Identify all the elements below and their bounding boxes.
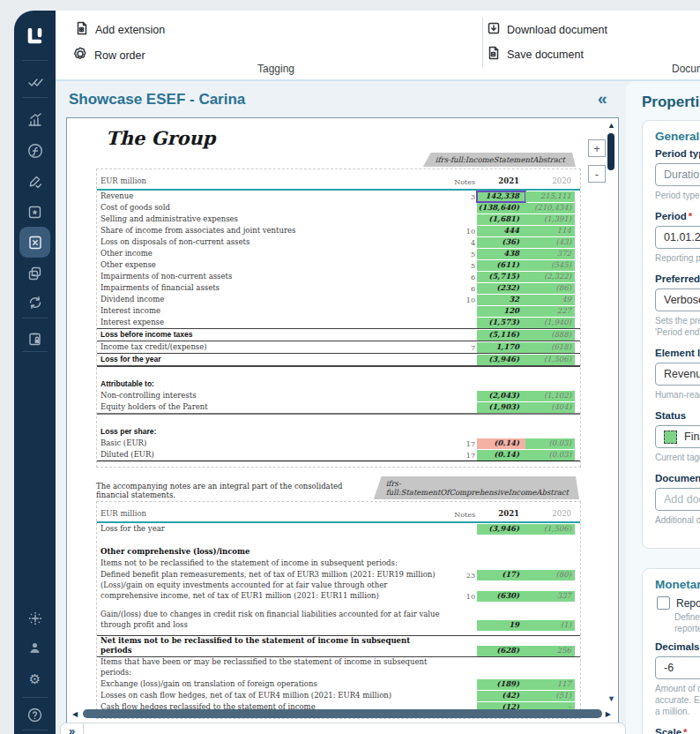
fact-cell-2020[interactable]: (1,391) — [525, 214, 575, 225]
preferred-label-input[interactable]: Verbose — [655, 288, 700, 311]
fact-cell-2021[interactable]: 142,338 — [477, 191, 525, 202]
fact-cell-2020[interactable]: 227 — [525, 306, 575, 317]
download-document-label: Download document — [507, 24, 607, 36]
fact-cell-2021[interactable]: (5,715) — [477, 272, 525, 282]
copy-minus-icon[interactable] — [24, 262, 46, 284]
fact-cell-2020[interactable]: (545) — [525, 260, 575, 271]
fact-cell-2020[interactable]: (51) — [525, 691, 575, 701]
fact-cell-2021[interactable]: 19 — [477, 620, 525, 631]
clipboard-lock-icon[interactable] — [24, 328, 46, 350]
field-helper-text: Current tagging status of the fact in th… — [655, 452, 700, 463]
bar-chart-icon[interactable] — [24, 109, 46, 131]
zoom-in-button[interactable]: + — [588, 139, 606, 157]
vertical-scrollbar-thumb[interactable] — [607, 133, 614, 170]
fact-cell-2020[interactable]: 372 — [525, 249, 575, 259]
collapse-panel-icon[interactable]: « — [598, 89, 607, 109]
gear-icon[interactable]: ⚙ — [24, 668, 46, 690]
fact-cell-2021[interactable]: (42) — [477, 691, 525, 701]
document-viewer[interactable]: The Group ifrs-full:IncomeStatementAbstr… — [66, 117, 619, 723]
fact-cell-2020[interactable]: 49 — [525, 295, 575, 305]
fact-cell-2020[interactable]: (888) — [525, 330, 575, 341]
fact-cell-2021[interactable]: 438 — [477, 249, 525, 259]
fact-cell-2021[interactable]: (2,043) — [477, 391, 525, 401]
row-label: Items that have been or may be reclassif… — [97, 657, 440, 678]
fact-cell-2021[interactable]: 32 — [477, 295, 525, 305]
content-area: Showcase ESEF - Carina « The Group ifrs-… — [56, 81, 700, 734]
period-type-input[interactable]: Duration — [655, 163, 700, 186]
row-order-button[interactable]: Row order — [72, 46, 145, 64]
ifrs-tag-badge[interactable]: ifrs-full:IncomeStatementAbstract — [423, 153, 576, 167]
scroll-up-arrow[interactable]: ▲ — [607, 121, 615, 130]
fact-cell-2021[interactable]: (628) — [477, 646, 525, 656]
fact-cell-2020[interactable]: (2,322) — [525, 272, 575, 282]
download-document-button[interactable]: Download document — [487, 21, 607, 38]
sparkle-icon[interactable] — [24, 607, 46, 629]
fact-cell-2020[interactable]: (1,940) — [525, 318, 575, 328]
status-input[interactable]: Final — [655, 425, 700, 448]
fact-cell-2020[interactable]: 337 — [525, 591, 575, 602]
fact-cell-2020[interactable]: (1,506) — [525, 355, 575, 365]
documentation-input[interactable]: Add documentation — [655, 488, 700, 511]
fact-cell-2021[interactable]: (36) — [477, 237, 525, 248]
save-document-button[interactable]: Save document — [487, 46, 584, 63]
fact-cell-2021[interactable]: (232) — [477, 283, 525, 294]
double-check-icon[interactable] — [24, 71, 46, 93]
table-row — [97, 415, 580, 426]
col-eur-million: EUR million — [97, 176, 440, 187]
fact-cell-2020[interactable]: 215,111 — [525, 191, 575, 202]
table-row: Items not to be reclassified to the stat… — [97, 558, 580, 569]
fact-cell-2020[interactable]: (0.03) — [525, 438, 575, 449]
expand-bottom-panel-button[interactable]: » — [61, 723, 84, 734]
fact-cell-2021[interactable]: (3,946) — [477, 524, 525, 535]
fact-cell-2021[interactable]: (1,573) — [477, 318, 525, 328]
fact-cell-2020[interactable]: (86) — [525, 283, 575, 294]
fact-cell-2021[interactable]: (1,903) — [477, 402, 525, 413]
fact-cell-2021[interactable]: (3,946) — [477, 355, 525, 365]
fact-cell-2021[interactable]: (17) — [477, 570, 525, 580]
fact-cell-2021[interactable]: 444 — [477, 226, 525, 236]
fact-cell-2021[interactable]: (611) — [477, 260, 525, 271]
save-icon — [487, 46, 501, 63]
fact-cell-2020[interactable]: (1,102) — [525, 391, 575, 401]
fact-cell-2021[interactable]: (0.14) — [477, 450, 525, 461]
fact-cell-2021[interactable]: 1,170 — [477, 342, 525, 353]
fact-cell-2021[interactable]: (630) — [477, 591, 525, 602]
element-label-input[interactable]: Revenue — [655, 363, 700, 386]
tagged-table-icon[interactable] — [19, 227, 50, 258]
fact-cell-2020[interactable]: 117 — [525, 679, 575, 690]
fact-cell-2021[interactable]: (138,640) — [477, 203, 525, 213]
user-icon[interactable] — [24, 637, 46, 659]
zoom-out-button[interactable]: - — [588, 165, 606, 183]
fact-cell-2020[interactable]: (404) — [525, 402, 575, 413]
fact-cell-2020[interactable]: (1) — [525, 620, 575, 631]
fact-cell-2021[interactable]: 120 — [477, 306, 525, 317]
fact-cell-2020[interactable]: (80) — [525, 570, 575, 580]
fact-cell-2020[interactable]: 114 — [525, 226, 575, 236]
period-input[interactable]: 01.01.2021 - 31.12.2021 — [655, 226, 700, 249]
fact-cell-2020[interactable]: (43) — [525, 237, 575, 248]
add-extension-button[interactable]: Add extension — [75, 21, 165, 38]
sync-arrows-icon[interactable] — [24, 291, 46, 313]
help-icon[interactable] — [24, 704, 46, 726]
bookmark-star-icon[interactable] — [24, 201, 46, 223]
ifrs-tag-badge[interactable]: ifrs-full:StatementOfComprehensiveIncome… — [374, 476, 579, 499]
scroll-down-arrow[interactable]: ▼ — [607, 694, 615, 703]
fact-cell-2020[interactable]: 256 — [525, 646, 575, 656]
reported-as-nil-checkbox[interactable] — [657, 596, 670, 610]
fact-cell-2020[interactable]: (618) — [525, 342, 575, 353]
fact-cell-2020[interactable]: (0.03) — [525, 450, 575, 461]
fact-cell-2021[interactable]: (189) — [477, 679, 525, 690]
scroll-right-arrow[interactable]: ▶ — [606, 710, 611, 718]
decimals-input[interactable]: -6 — [655, 656, 700, 679]
fact-cell-2020[interactable]: (1,506) — [525, 524, 575, 535]
edit-check-icon[interactable] — [24, 170, 46, 192]
horizontal-scrollbar[interactable]: ◀ ▶ — [72, 709, 604, 719]
fact-cell-2021[interactable]: (5,116) — [477, 330, 525, 341]
row-label: (Loss)/gain on equity investments accoun… — [97, 580, 440, 602]
scroll-left-arrow[interactable]: ◀ — [72, 710, 78, 718]
function-circle-icon[interactable] — [24, 139, 46, 161]
fact-cell-2021[interactable]: (0.14) — [477, 438, 525, 449]
fact-cell-2020[interactable]: (210,434) — [525, 203, 575, 213]
horizontal-scrollbar-thumb[interactable] — [83, 709, 602, 718]
fact-cell-2021[interactable]: (1,681) — [477, 214, 525, 225]
